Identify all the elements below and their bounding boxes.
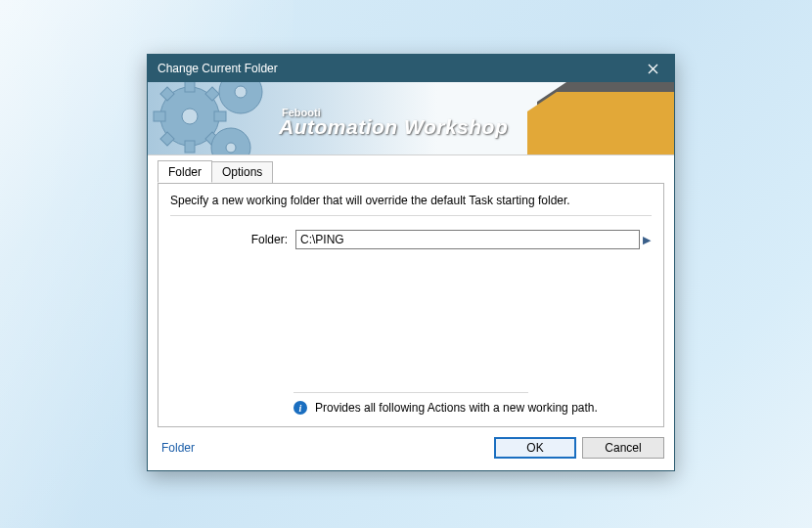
svg-rect-9 xyxy=(214,111,226,121)
close-button[interactable] xyxy=(631,55,674,82)
titlebar: Change Current Folder xyxy=(148,55,674,82)
svg-rect-8 xyxy=(154,111,165,121)
svg-marker-3 xyxy=(527,92,674,155)
panel-description: Specify a new working folder that will o… xyxy=(170,194,652,207)
window-title: Change Current Folder xyxy=(158,62,631,75)
svg-point-5 xyxy=(182,109,198,124)
folder-row: Folder: ▶ xyxy=(170,230,652,249)
banner: Febooti Automation Workshop xyxy=(148,82,674,155)
tabpanel-folder: Specify a new working folder that will o… xyxy=(158,183,664,427)
banner-product: Automation Workshop xyxy=(279,115,508,139)
separator xyxy=(170,215,652,216)
cancel-button[interactable]: Cancel xyxy=(582,437,664,459)
folder-input[interactable] xyxy=(295,230,640,249)
content-area: Folder Options Specify a new working fol… xyxy=(148,155,674,427)
browse-arrow-icon[interactable]: ▶ xyxy=(640,234,652,246)
tabstrip: Folder Options xyxy=(158,161,664,184)
info-icon: i xyxy=(293,401,307,415)
svg-rect-6 xyxy=(185,82,195,92)
folder-graphic xyxy=(518,82,674,155)
close-icon xyxy=(648,64,658,74)
folder-label: Folder: xyxy=(170,233,295,246)
gears-graphic xyxy=(153,82,299,155)
separator-bottom xyxy=(293,392,528,393)
hint-row: i Provides all following Actions with a … xyxy=(170,401,652,415)
hint-text: Provides all following Actions with a ne… xyxy=(315,401,598,415)
svg-rect-7 xyxy=(185,141,195,153)
dialog-change-current-folder: Change Current Folder xyxy=(147,54,675,471)
tab-options[interactable]: Options xyxy=(211,161,273,184)
banner-text: Febooti Automation Workshop xyxy=(279,107,508,139)
ok-button[interactable]: OK xyxy=(494,437,576,459)
footer-link-folder[interactable]: Folder xyxy=(161,441,195,455)
svg-point-15 xyxy=(235,86,247,98)
tab-folder[interactable]: Folder xyxy=(158,160,212,183)
svg-point-17 xyxy=(226,143,236,153)
footer: Folder OK Cancel xyxy=(148,427,674,470)
